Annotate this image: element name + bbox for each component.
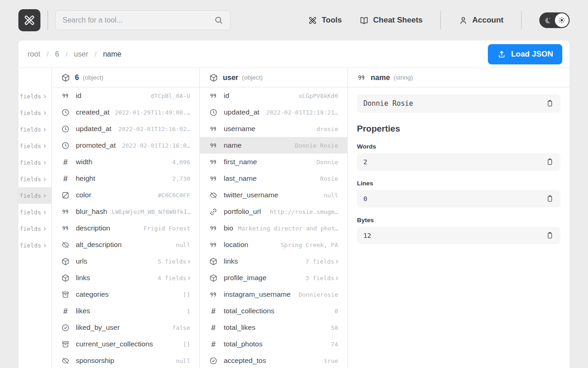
array-item-row-7[interactable]: fields› bbox=[18, 204, 51, 220]
field-row-portfolio_url[interactable]: portfolio_urlhttp://rosie.smugm… bbox=[200, 203, 347, 220]
nav-cheat-sheets-button[interactable]: Cheat Sheets bbox=[359, 16, 423, 25]
field-row-height[interactable]: #height2,730 bbox=[52, 170, 199, 187]
array-item-row-9[interactable]: fields› bbox=[18, 237, 51, 253]
nav-cheat-sheets-label: Cheat Sheets bbox=[373, 16, 423, 25]
field-value: 2022-02-01T12:18:21… bbox=[261, 109, 338, 116]
clock-icon bbox=[61, 125, 70, 133]
field-value: xLGpPV8kKd0 bbox=[294, 92, 338, 99]
field-row-id[interactable]: iddTCpBl_0A-U bbox=[52, 87, 199, 104]
theme-toggle-knob bbox=[555, 13, 569, 27]
detail-title: name bbox=[371, 74, 390, 82]
field-row-blur_hash[interactable]: blur_hashLWEpWjozM_WB_Nf6WBfkI… bbox=[52, 203, 199, 220]
archive-icon bbox=[61, 290, 70, 299]
properties-list: Words2Lines0Bytes12 bbox=[357, 143, 560, 244]
field-row-accepted_tos[interactable]: accepted_tostrue bbox=[200, 352, 347, 368]
field-row-liked_by_user[interactable]: liked_by_userfalse bbox=[52, 319, 199, 336]
tools-icon bbox=[308, 16, 317, 25]
moon-icon bbox=[543, 16, 552, 25]
fields-label: fields bbox=[20, 176, 41, 183]
field-row-name[interactable]: nameDonnie Rosie bbox=[200, 137, 347, 154]
field-row-description[interactable]: descriptionFrigid Forest bbox=[52, 220, 199, 236]
field-row-categories[interactable]: categories[] bbox=[52, 286, 199, 303]
field-row-updated_at[interactable]: updated_at2022-02-01T12:18:21… bbox=[200, 104, 347, 121]
search-icon[interactable] bbox=[214, 16, 223, 25]
theme-toggle[interactable] bbox=[539, 12, 570, 28]
chevron-right-icon: › bbox=[44, 126, 46, 133]
cube-icon bbox=[209, 257, 218, 266]
field-label: height bbox=[76, 174, 95, 183]
field-label: sponsorship bbox=[76, 356, 114, 365]
quotes-icon bbox=[61, 224, 70, 233]
quotes-icon bbox=[209, 241, 218, 249]
copy-icon[interactable] bbox=[546, 231, 554, 240]
breadcrumb-item-6[interactable]: 6 bbox=[55, 50, 59, 58]
nav-tools-button[interactable]: Tools bbox=[308, 16, 342, 25]
field-row-instagram_username[interactable]: instagram_usernameDonnierosie bbox=[200, 286, 347, 303]
field-row-updated_at[interactable]: updated_at2022-02-01T12:16:02… bbox=[52, 121, 199, 137]
copy-icon[interactable] bbox=[546, 158, 554, 166]
field-row-sponsorship[interactable]: sponsorshipnull bbox=[52, 352, 199, 368]
copy-icon[interactable] bbox=[546, 99, 554, 108]
field-value: dTCpBl_0A-U bbox=[146, 92, 190, 99]
field-row-alt_description[interactable]: alt_descriptionnull bbox=[52, 236, 199, 253]
array-item-row-5[interactable]: fields› bbox=[18, 171, 51, 187]
cube-icon bbox=[61, 73, 70, 82]
field-row-id[interactable]: idxLGpPV8kKd0 bbox=[200, 87, 347, 104]
array-item-row-4[interactable]: fields› bbox=[18, 154, 51, 171]
field-label: total_photos bbox=[224, 340, 262, 348]
array-item-row-6[interactable]: fields› bbox=[18, 187, 51, 204]
field-row-total_likes[interactable]: #total_likes58 bbox=[200, 319, 347, 336]
field-label: updated_at bbox=[224, 108, 260, 116]
field-row-first_name[interactable]: first_nameDonnie bbox=[200, 154, 347, 170]
field-row-color[interactable]: color#C0C0C0FF bbox=[52, 187, 199, 203]
array-item-row-1[interactable]: fields› bbox=[18, 104, 51, 121]
breadcrumb-item-name[interactable]: name bbox=[103, 50, 121, 58]
field-row-location[interactable]: locationSpring Creek, PA bbox=[200, 236, 347, 253]
breadcrumb-item-root[interactable]: root bbox=[28, 50, 40, 58]
field-value: 74 bbox=[326, 341, 338, 348]
detail-type: (string) bbox=[394, 74, 413, 81]
field-row-urls[interactable]: urls5 fields› bbox=[52, 253, 199, 270]
property-label-Lines: Lines bbox=[357, 180, 560, 187]
field-row-current_user_collections[interactable]: current_user_collections[] bbox=[52, 336, 199, 352]
field-value: Frigid Forest bbox=[139, 225, 190, 232]
field-row-promoted_at[interactable]: promoted_at2022-02-01T12:16:0… bbox=[52, 137, 199, 154]
quotes-icon bbox=[357, 73, 366, 82]
fields-label: fields bbox=[20, 143, 41, 150]
field-row-width[interactable]: #width4,096 bbox=[52, 154, 199, 170]
field-label: links bbox=[76, 274, 90, 282]
field-row-twitter_username[interactable]: twitter_usernamenull bbox=[200, 187, 347, 203]
field-row-total_photos[interactable]: #total_photos74 bbox=[200, 336, 347, 352]
breadcrumb-item-user[interactable]: user bbox=[74, 50, 88, 58]
field-label: username bbox=[224, 125, 255, 133]
field-row-username[interactable]: usernamedrosie bbox=[200, 121, 347, 137]
chevron-right-icon: › bbox=[44, 175, 46, 183]
divider bbox=[440, 11, 441, 29]
field-row-links[interactable]: links7 fields› bbox=[200, 253, 347, 270]
nav-account-button[interactable]: Account bbox=[458, 16, 503, 25]
field-row-likes[interactable]: #likes1 bbox=[52, 303, 199, 319]
field-row-bio[interactable]: bioMarketing director and phot… bbox=[200, 220, 347, 236]
app-logo[interactable] bbox=[18, 9, 40, 31]
array-item-row-2[interactable]: fields› bbox=[18, 121, 51, 138]
field-row-profile_image[interactable]: profile_image3 fields› bbox=[200, 270, 347, 286]
fields-label: fields bbox=[20, 242, 41, 249]
column-type: (object) bbox=[242, 74, 263, 81]
array-item-row-8[interactable]: fields› bbox=[18, 220, 51, 237]
fields-label: fields bbox=[20, 209, 41, 216]
field-row-created_at[interactable]: created_at2022-01-29T11:49:08.… bbox=[52, 104, 199, 121]
field-label: current_user_collections bbox=[76, 340, 153, 348]
property-value-box: 2 bbox=[357, 153, 560, 171]
field-value: Donnie bbox=[312, 159, 338, 166]
field-row-links[interactable]: links4 fields› bbox=[52, 270, 199, 286]
search-input[interactable] bbox=[62, 16, 214, 24]
field-value: 7 fields bbox=[301, 258, 334, 265]
array-item-row-0[interactable]: fields› bbox=[18, 88, 51, 104]
load-json-button[interactable]: Load JSON bbox=[488, 44, 562, 64]
field-row-last_name[interactable]: last_nameRosie bbox=[200, 170, 347, 187]
array-item-row-3[interactable]: fields› bbox=[18, 138, 51, 154]
field-label: likes bbox=[76, 307, 90, 315]
copy-icon[interactable] bbox=[546, 195, 554, 203]
detail-panel: name (string) Donnie Rosie Properties Wo… bbox=[348, 68, 570, 368]
field-row-total_collections[interactable]: #total_collections0 bbox=[200, 303, 347, 319]
